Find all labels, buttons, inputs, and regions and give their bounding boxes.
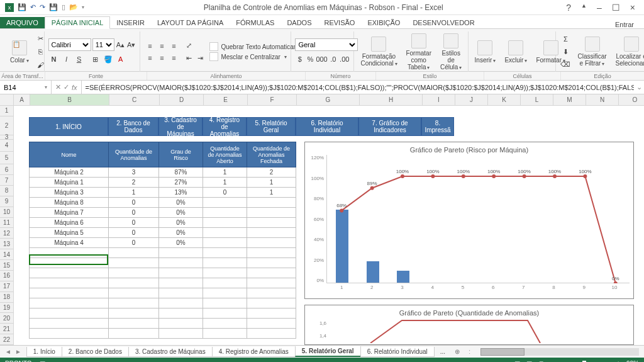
cell[interactable]: [109, 258, 159, 268]
cell[interactable]: [247, 308, 296, 319]
row-header[interactable]: 11: [0, 218, 14, 229]
cell[interactable]: [109, 288, 159, 298]
select-all-corner[interactable]: [0, 94, 14, 106]
nav-impressa[interactable]: 8. Impressã: [421, 117, 454, 136]
cell[interactable]: [30, 278, 109, 288]
cell[interactable]: 1: [247, 178, 296, 188]
decrease-indent-icon[interactable]: ⇤: [183, 52, 194, 64]
ribbon-opts-icon[interactable]: ▲: [581, 3, 587, 13]
row-header[interactable]: 6: [0, 164, 14, 175]
cell[interactable]: [203, 268, 247, 278]
cell[interactable]: [109, 278, 159, 288]
sheet-nav-next[interactable]: ►: [15, 348, 21, 355]
row-header[interactable]: 12: [0, 228, 14, 239]
cell[interactable]: 1: [247, 188, 296, 198]
cell[interactable]: Máquina 4: [30, 238, 109, 248]
sheet-tab[interactable]: 1. Início: [26, 347, 62, 357]
paste-button[interactable]: 📋 Colar: [8, 39, 31, 65]
cell[interactable]: 0%: [159, 238, 203, 248]
row-header[interactable]: 18: [0, 292, 14, 303]
cell[interactable]: 3: [109, 167, 159, 178]
nav-relindiv[interactable]: 6. Relatório Individual: [296, 117, 358, 136]
cell[interactable]: [109, 308, 159, 319]
table-row[interactable]: [30, 268, 296, 278]
sheet-tab-active[interactable]: 5. Relatório Geral: [295, 346, 361, 357]
cell[interactable]: [109, 319, 159, 329]
row-header[interactable]: 15: [0, 260, 14, 271]
cell[interactable]: [203, 208, 247, 218]
font-size-select[interactable]: 11: [92, 38, 114, 51]
col-header[interactable]: J: [455, 94, 488, 106]
row-header[interactable]: 21: [0, 324, 14, 334]
chart-pareto-risco[interactable]: Gráfico de Pareto (Risco por Máquina) 12…: [304, 142, 634, 299]
cell[interactable]: 0: [203, 188, 247, 198]
tab-formulas[interactable]: FÓRMULAS: [230, 17, 280, 28]
cell[interactable]: [203, 248, 247, 258]
cell[interactable]: 27%: [159, 178, 203, 188]
tab-developer[interactable]: DESENVOLVEDOR: [406, 17, 480, 28]
underline-button[interactable]: S: [74, 54, 85, 65]
col-header[interactable]: C: [109, 94, 160, 106]
col-header[interactable]: O: [619, 94, 644, 106]
cell[interactable]: [159, 268, 203, 278]
cell[interactable]: [247, 248, 296, 258]
cell[interactable]: [203, 329, 247, 339]
cell[interactable]: [203, 258, 247, 268]
row-header[interactable]: 20: [0, 313, 14, 324]
clear-icon[interactable]: ⌫: [560, 59, 571, 70]
table-row[interactable]: [30, 319, 296, 329]
row-header[interactable]: 19: [0, 303, 14, 314]
cell[interactable]: 0%: [159, 228, 203, 238]
sheet-tab[interactable]: 4. Registro de Anomalias: [212, 347, 296, 357]
cell[interactable]: [30, 298, 109, 308]
cell[interactable]: 87%: [159, 167, 203, 178]
row-header[interactable]: 10: [0, 207, 14, 218]
cell[interactable]: 13%: [159, 188, 203, 198]
cell[interactable]: 2: [247, 167, 296, 178]
insert-cells-button[interactable]: Inserir: [472, 39, 499, 65]
fill-icon[interactable]: ⬇: [560, 46, 571, 57]
col-header[interactable]: H: [360, 94, 423, 106]
qat-dropdown-icon[interactable]: ▾: [82, 4, 84, 10]
sheet-tab[interactable]: 6. Relatório Individual: [360, 347, 435, 357]
cell[interactable]: 0%: [159, 218, 203, 228]
cell[interactable]: [159, 248, 203, 258]
row-header[interactable]: 22: [0, 334, 14, 345]
cell[interactable]: [247, 208, 296, 218]
sheet-tab[interactable]: 2. Banco de Dados: [62, 347, 129, 357]
row-header[interactable]: 4: [0, 140, 14, 152]
cell[interactable]: [159, 319, 203, 329]
cell[interactable]: [30, 329, 109, 339]
cell[interactable]: [203, 238, 247, 248]
table-row[interactable]: Máquina 2387%12: [30, 167, 296, 178]
cell-styles-button[interactable]: Estilos de Célula: [438, 32, 464, 72]
nav-banco[interactable]: 2. Banco de Dados: [108, 117, 158, 136]
cell[interactable]: [247, 218, 296, 228]
undo-icon[interactable]: ↶: [30, 3, 36, 11]
find-select-button[interactable]: Localizar e Selecionar: [613, 35, 644, 68]
cell[interactable]: [247, 278, 296, 288]
col-header[interactable]: K: [488, 94, 521, 106]
cell[interactable]: [247, 238, 296, 248]
nav-relgeral[interactable]: 5. Relatório Geral: [247, 117, 296, 136]
cell[interactable]: Máquina 5: [30, 228, 109, 238]
cell[interactable]: 0: [109, 208, 159, 218]
tab-home[interactable]: PÁGINA INICIAL: [45, 16, 111, 29]
row-header[interactable]: 5: [0, 152, 14, 164]
table-row[interactable]: [30, 288, 296, 298]
align-top-icon[interactable]: ≡: [144, 40, 155, 52]
row-header[interactable]: 16: [0, 271, 14, 281]
table-row[interactable]: [30, 329, 296, 339]
increase-indent-icon[interactable]: ⇥: [194, 52, 206, 64]
cell[interactable]: [203, 298, 247, 308]
formula-input[interactable]: =SE(ÉERROS(PROCV(MAIOR($J$1020:$J$2014;L…: [82, 81, 634, 94]
cell[interactable]: Máquina 1: [30, 178, 109, 188]
accept-formula-icon[interactable]: ✓: [64, 83, 69, 91]
fill-color-icon[interactable]: 🪣: [103, 54, 114, 65]
col-header[interactable]: D: [160, 94, 204, 106]
align-middle-icon[interactable]: ≡: [156, 40, 167, 52]
cell[interactable]: 1: [109, 188, 159, 198]
tab-view[interactable]: EXIBIÇÃO: [361, 17, 406, 28]
sheet-nav-prev[interactable]: ◄: [5, 348, 11, 355]
cell[interactable]: [203, 319, 247, 329]
